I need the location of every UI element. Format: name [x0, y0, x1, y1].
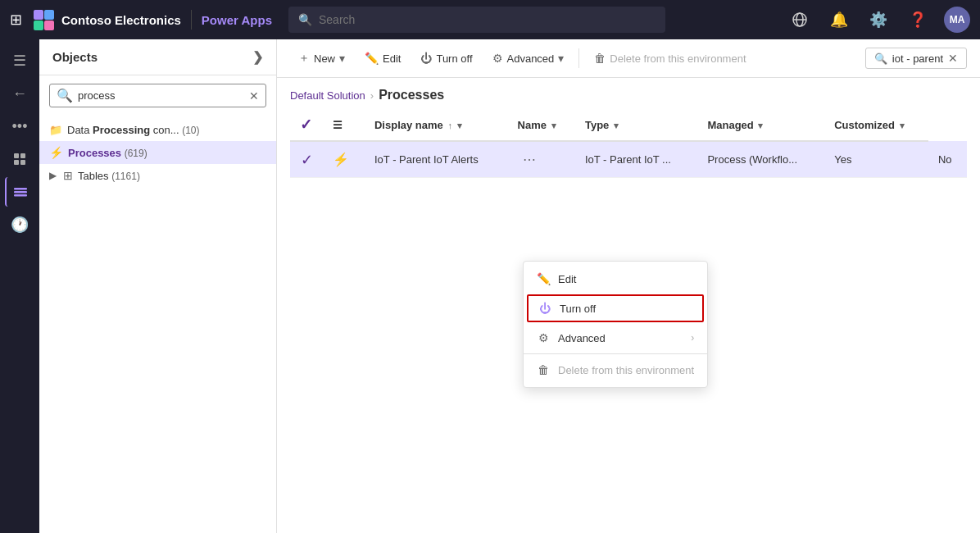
- objects-icon[interactable]: [5, 177, 34, 207]
- back-icon[interactable]: ←: [5, 79, 34, 108]
- name-sort-icon: ▾: [551, 121, 556, 130]
- list-view-icon: ☰: [333, 119, 343, 131]
- menu-toggle-icon[interactable]: ☰: [5, 46, 34, 75]
- history-icon[interactable]: 🕐: [5, 210, 34, 239]
- breadcrumb-parent[interactable]: Default Solution: [290, 89, 365, 102]
- advanced-icon: ⚙: [492, 52, 503, 65]
- ctx-edit[interactable]: ✏️ Edit: [524, 265, 707, 293]
- customized-sort-icon: ▾: [900, 121, 905, 130]
- svg-rect-8: [20, 153, 25, 158]
- search-input[interactable]: [319, 13, 656, 26]
- svg-rect-13: [14, 194, 27, 197]
- ctx-turn-off-label: Turn off: [560, 303, 596, 315]
- svg-rect-2: [34, 20, 43, 30]
- environments-icon[interactable]: [787, 7, 813, 33]
- col-display-name[interactable]: Display name ↑ ▾: [365, 109, 508, 141]
- svg-rect-0: [34, 10, 43, 20]
- nav-right-actions: 🔔 ⚙️ ❓ MA: [787, 7, 970, 33]
- ctx-advanced[interactable]: ⚙ Advanced ›: [524, 324, 707, 352]
- table-body: ✓ ⚡ IoT - Parent IoT Alerts ⋯ IoT - Pare…: [290, 141, 967, 178]
- svg-rect-11: [14, 188, 27, 190]
- ctx-delete[interactable]: 🗑 Delete from this environment: [524, 356, 707, 384]
- delete-button[interactable]: 🗑 Delete from this environment: [586, 47, 754, 70]
- nav-tree: 📁 Data Processing con... (10) ⚡ Processe…: [39, 116, 276, 190]
- row-checkbox[interactable]: ✓: [290, 141, 323, 178]
- panel-close-icon[interactable]: ❯: [252, 49, 263, 65]
- help-icon[interactable]: ❓: [905, 7, 931, 33]
- row-more-btn-cell: ⋯: [508, 141, 575, 178]
- turn-off-button[interactable]: ⏻ Turn off: [412, 47, 480, 70]
- processes-table: ✓ ☰ Display name ↑ ▾ Name ▾: [290, 109, 967, 178]
- table-header: ✓ ☰ Display name ↑ ▾ Name ▾: [290, 109, 967, 141]
- main-layout: ☰ ← ••• 🕐 Objects ❯ 🔍 ✕ 📁 Data Processin…: [0, 39, 980, 533]
- breadcrumb-current: Processes: [379, 88, 444, 102]
- brand-logo: Contoso Electronics: [32, 8, 181, 31]
- col-checkbox[interactable]: ✓: [290, 109, 323, 141]
- global-search[interactable]: 🔍: [288, 7, 665, 33]
- ctx-advanced-icon: ⚙: [537, 331, 550, 344]
- process-icon: ⚡: [333, 153, 349, 166]
- sidebar-item-tables[interactable]: ▶ ⊞ Tables (1161): [39, 164, 276, 187]
- col-list-view[interactable]: ☰: [323, 109, 365, 141]
- main-content: ＋ New ▾ ✏️ Edit ⏻ Turn off ⚙ Advanced ▾ …: [277, 39, 980, 533]
- panel-search-icon: 🔍: [57, 88, 73, 103]
- user-avatar[interactable]: MA: [944, 7, 970, 33]
- expand-icon[interactable]: ▶: [49, 170, 57, 181]
- top-navigation: ⊞ Contoso Electronics Power Apps 🔍 🔔 ⚙️ …: [0, 0, 980, 39]
- new-button[interactable]: ＋ New ▾: [290, 46, 353, 71]
- edit-label: Edit: [383, 52, 401, 65]
- breadcrumb-chevron-icon: ›: [370, 89, 374, 102]
- sort-asc-icon: ↑: [447, 121, 452, 130]
- type-sort-icon: ▾: [614, 121, 619, 130]
- main-toolbar: ＋ New ▾ ✏️ Edit ⏻ Turn off ⚙ Advanced ▾ …: [277, 39, 980, 78]
- advanced-button[interactable]: ⚙ Advanced ▾: [484, 47, 573, 70]
- search-icon: 🔍: [298, 13, 312, 26]
- edit-icon: ✏️: [365, 52, 379, 65]
- company-name: Contoso Electronics: [61, 13, 181, 27]
- sidebar-item-processes[interactable]: ⚡ Processes (619): [39, 141, 276, 164]
- svg-rect-1: [44, 10, 54, 20]
- toolbar-separator: [578, 48, 579, 68]
- panel-header: Objects ❯: [39, 39, 276, 75]
- table-icon: ⊞: [63, 169, 73, 182]
- breadcrumb: Default Solution › Processes: [277, 78, 980, 109]
- delete-icon: 🗑: [594, 52, 606, 65]
- settings-icon[interactable]: ⚙️: [865, 7, 892, 33]
- sidebar-item-data-processing[interactable]: 📁 Data Processing con... (10): [39, 119, 276, 141]
- app-name: Power Apps: [202, 13, 272, 27]
- row-name: IoT - Parent IoT ...: [575, 141, 698, 178]
- col-name[interactable]: Name ▾: [508, 109, 575, 141]
- ctx-turn-off[interactable]: ⏻ Turn off: [527, 294, 704, 322]
- edit-button[interactable]: ✏️ Edit: [356, 47, 409, 70]
- ctx-delete-label: Delete from this environment: [558, 364, 694, 376]
- svg-rect-10: [20, 160, 25, 165]
- col-managed[interactable]: Managed ▾: [697, 109, 824, 141]
- ctx-edit-label: Edit: [558, 273, 576, 285]
- filter-close-icon[interactable]: ✕: [948, 52, 958, 65]
- col-type[interactable]: Type ▾: [575, 109, 698, 141]
- grid-icon[interactable]: ⊞: [10, 11, 22, 29]
- ctx-separator: [524, 353, 707, 354]
- process-list-icon: ⚡: [49, 146, 63, 159]
- panel-title: Objects: [52, 50, 98, 64]
- table-row[interactable]: ✓ ⚡ IoT - Parent IoT Alerts ⋯ IoT - Pare…: [290, 141, 967, 178]
- toolbar-right: 🔍 iot - parent ✕: [865, 48, 967, 69]
- panel-search-box[interactable]: 🔍 ✕: [49, 84, 266, 107]
- dots-icon[interactable]: •••: [5, 112, 34, 141]
- panel-search-input[interactable]: [78, 89, 244, 102]
- row-more-button[interactable]: ⋯: [518, 150, 541, 169]
- managed-sort-icon: ▾: [758, 121, 763, 130]
- ctx-submenu-arrow-icon: ›: [691, 332, 694, 344]
- ctx-advanced-label: Advanced: [558, 332, 606, 344]
- row-type: Process (Workflo...: [697, 141, 824, 178]
- pages-icon[interactable]: [5, 144, 34, 174]
- ctx-edit-icon: ✏️: [537, 272, 550, 285]
- col-customized[interactable]: Customized ▾: [824, 109, 928, 141]
- notifications-icon[interactable]: 🔔: [826, 7, 852, 33]
- svg-rect-12: [14, 191, 27, 194]
- search-clear-icon[interactable]: ✕: [249, 89, 259, 102]
- svg-rect-7: [14, 153, 19, 158]
- objects-panel: Objects ❯ 🔍 ✕ 📁 Data Processing con... (…: [39, 39, 277, 533]
- row-type-icon-cell: ⚡: [323, 141, 365, 178]
- sort-filter-icon: ▾: [457, 121, 462, 130]
